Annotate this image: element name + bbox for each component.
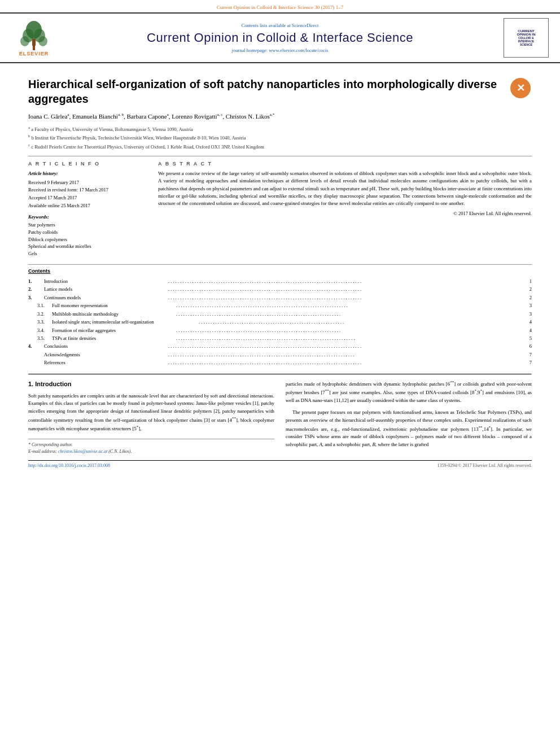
keywords-label: Keywords: [28,214,147,220]
intro-para-2: particles made of hydrophobic dendrimers… [286,379,532,405]
keyword-1: Star polymers [28,221,147,229]
contents-page: 7 [520,359,532,366]
svg-point-4 [20,36,29,46]
contents-num: 2. [28,285,44,293]
contents-title: References [44,359,168,366]
contents-available-text: Contents lists available at ScienceDirec… [56,23,504,28]
corresponding-author-note: * Corresponding author. [28,442,274,448]
email-line: E-mail address: christos.likos@univie.ac… [28,448,274,455]
contents-row-3-2: 3.2. Multiblob multiscale methodology . … [28,310,532,318]
svg-point-5 [38,36,47,46]
contents-row-3-3: 3.3. Isolated single stars; intramolecul… [28,318,532,326]
info-abstract-section: A R T I C L E I N F O Article history: R… [28,161,532,257]
contents-dots: . . . . . . . . . . . . . . . . . . . . … [168,351,520,359]
article-info-column: A R T I C L E I N F O Article history: R… [28,161,147,257]
contents-row-ref: References . . . . . . . . . . . . . . .… [28,359,532,366]
crossmark-logo: ✕ [504,77,532,101]
contents-page: 3 [520,310,532,318]
abstract-column: A B S T R A C T We present a concise rev… [158,161,532,257]
contents-title: Lattice models [44,285,168,293]
contents-dots: . . . . . . . . . . . . . . . . . . . . … [176,334,520,342]
issn-line: 1359-0294/© 2017 Elsevier Ltd. All right… [438,463,532,468]
contents-sub-num: 3.5. [28,334,52,342]
contents-row-3-4: 3.4. Formation of micellar aggregates . … [28,326,532,334]
affiliation-a: a a Faculty of Physics, University of Vi… [28,125,532,133]
divider-1 [28,156,532,156]
contents-dots: . . . . . . . . . . . . . . . . . . . . … [168,285,520,293]
intro-para-3: The present paper focuses on star polyme… [286,409,532,448]
journal-citation: Current Opinion in Colloid & Interface S… [217,5,344,10]
abstract-header: A B S T R A C T [158,161,532,167]
footnote-area: * Corresponding author. E-mail address: … [28,439,274,456]
article-title-section: Hierarchical self-organization of soft p… [28,72,532,106]
contents-row-3-5: 3.5. TSPs at finite densities . . . . . … [28,334,532,342]
top-journal-link: Current Opinion in Colloid & Interface S… [0,0,560,12]
contents-title: Isolated single stars; intramolecular se… [52,318,199,326]
contents-dots: . . . . . . . . . . . . . . . . . . . . … [168,342,520,350]
svg-rect-6 [33,46,35,50]
article-info-header: A R T I C L E I N F O [28,161,147,167]
svg-text:✕: ✕ [517,82,525,94]
contents-row-1: 1. Introduction . . . . . . . . . . . . … [28,277,532,285]
contents-sub-num: 3.1. [28,302,52,309]
contents-title: TSPs at finite densities [52,334,176,342]
contents-row-2: 2. Lattice models . . . . . . . . . . . … [28,285,532,293]
revised-date: Received in revised form: 17 March 2017 [28,187,108,193]
journal-title: Current Opinion in Colloid & Interface S… [56,30,504,45]
keyword-5: Gels [28,250,147,257]
accepted-date: Accepted 17 March 2017 [28,195,77,200]
doi-link: http://dx.doi.org/10.1016/j.cocis.2017.0… [28,463,110,468]
keyword-4: Spherical and wormlike micelles [28,243,147,250]
contents-num: 4. [28,342,44,350]
available-date: Available online 25 March 2017 [28,203,90,208]
keywords-section: Keywords: Star polymers Patchy colloids … [28,214,147,257]
svg-rect-3 [32,39,36,46]
contents-sub-num: 3.2. [28,310,52,318]
intro-para-1: Soft patchy nanoparticles are complex un… [28,392,274,433]
contents-title: Acknowledgments [44,351,168,359]
contents-title: Full monomer representation [52,302,176,309]
contents-page: 5 [520,334,532,342]
journal-homepage: journal homepage: www.elsevier.com/locat… [56,47,504,53]
page: Current Opinion in Colloid & Interface S… [0,0,560,747]
contents-page: 7 [520,351,532,359]
keyword-3: Diblock copolymers [28,236,147,243]
keyword-2: Patchy colloids [28,229,147,236]
contents-section: Contents 1. Introduction . . . . . . . .… [28,264,532,367]
introduction-left-col: 1. Introduction Soft patchy nanoparticle… [28,379,274,456]
section-divider [28,374,532,375]
contents-row-3: 3. Continuum models . . . . . . . . . . … [28,294,532,302]
affiliation-b: b b Institut für Theoretische Physik, Te… [28,133,532,142]
contents-page: 6 [520,342,532,350]
article-history: Article history: Received 9 February 201… [28,170,147,209]
contents-title: Multiblob multiscale methodology [52,310,176,318]
contents-dots: . . . . . . . . . . . . . . . . . . . . … [168,294,520,302]
copyright-line: © 2017 Elsevier Ltd. All rights reserved… [158,211,532,216]
contents-dots: . . . . . . . . . . . . . . . . . . . . … [199,318,520,326]
contents-page: 2 [520,285,532,293]
section-1-title: 1. Introduction [28,379,274,389]
affiliations: a a Faculty of Physics, University of Vi… [28,125,532,151]
contents-title: Introduction [44,277,168,285]
main-content: Hierarchical self-organization of soft p… [0,63,560,456]
contents-sub-num: 3.3. [28,318,52,326]
contents-dots: . . . . . . . . . . . . . . . . . . . . … [168,359,520,366]
contents-header: Contents [28,268,532,274]
contents-title: Continuum models [44,294,168,302]
contents-title: Formation of micellar aggregates [52,326,176,334]
page-footer: http://dx.doi.org/10.1016/j.cocis.2017.0… [28,460,532,468]
contents-dots: . . . . . . . . . . . . . . . . . . . . … [168,277,520,285]
authors-line: Ioana C. Gârleaa, Emanuela Bianchia, b, … [28,112,532,121]
contents-table: 1. Introduction . . . . . . . . . . . . … [28,277,532,367]
contents-row-3-1: 3.1. Full monomer representation . . . .… [28,302,532,309]
contents-page: 1 [520,277,532,285]
contents-num: 3. [28,294,44,302]
elsevier-label: ELSEVIER [19,51,49,56]
contents-page: 3 [520,302,532,309]
contents-title: Conclusions [44,342,168,350]
history-label: Article history: [28,170,147,178]
contents-num: 1. [28,277,44,285]
contents-page: 4 [520,318,532,326]
contents-dots: . . . . . . . . . . . . . . . . . . . . … [176,302,520,309]
introduction-right-col: particles made of hydrophobic dendrimers… [286,379,532,456]
